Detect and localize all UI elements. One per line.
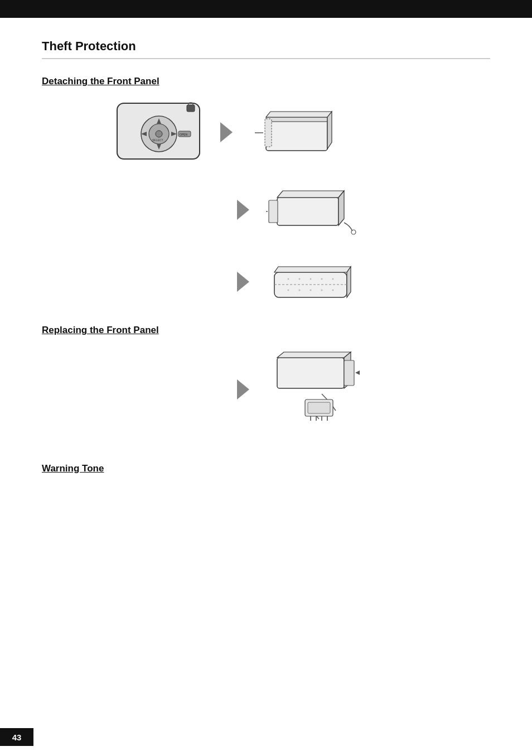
top-bar (0, 0, 532, 18)
detach-image-2 (249, 103, 338, 161)
svg-rect-19 (277, 198, 338, 225)
detach-image-4 (266, 256, 358, 308)
detach-row-3 (237, 256, 490, 308)
detach-image-1: SELECT OPEN (114, 100, 204, 164)
detach-arrow-2 (237, 200, 249, 220)
svg-rect-14 (266, 117, 327, 122)
detaching-heading: Detaching the Front Panel (42, 76, 490, 87)
section-title: Theft Protection (42, 39, 490, 59)
detach-row-1: SELECT OPEN (114, 100, 490, 164)
svg-marker-27 (274, 267, 351, 272)
detach-image-3 (266, 181, 358, 239)
replacing-section: Replacing the Front Panel (42, 325, 490, 430)
svg-point-31 (299, 278, 301, 280)
svg-point-32 (310, 278, 312, 280)
replace-row-1 (237, 349, 490, 430)
svg-marker-20 (277, 191, 344, 198)
replacing-heading: Replacing the Front Panel (42, 325, 490, 336)
warning-heading: Warning Tone (42, 463, 490, 474)
page-number-box: 43 (0, 728, 33, 746)
detach-arrow-1 (220, 122, 233, 142)
svg-point-30 (288, 278, 289, 280)
svg-marker-44 (355, 370, 360, 375)
svg-point-3 (156, 131, 162, 137)
svg-marker-41 (277, 352, 351, 358)
svg-point-35 (288, 290, 289, 291)
svg-rect-13 (266, 120, 327, 151)
svg-point-37 (310, 290, 312, 291)
detaching-section: Detaching the Front Panel (42, 76, 490, 308)
detach-arrow-3 (237, 272, 249, 292)
svg-point-25 (351, 230, 356, 234)
svg-text:OPEN: OPEN (180, 133, 188, 136)
replace-image-1 (266, 349, 378, 430)
warning-section: Warning Tone (42, 463, 490, 474)
svg-point-36 (299, 290, 301, 291)
svg-point-39 (332, 290, 334, 291)
svg-marker-28 (347, 267, 351, 297)
svg-marker-15 (266, 112, 332, 117)
detach-row-2 (237, 181, 490, 239)
replace-arrow-1 (237, 379, 249, 399)
svg-point-33 (321, 278, 323, 280)
svg-rect-40 (277, 358, 344, 388)
svg-text:SELECT: SELECT (152, 138, 163, 142)
svg-marker-21 (338, 191, 344, 225)
svg-point-34 (332, 278, 334, 280)
svg-rect-46 (308, 402, 330, 413)
svg-rect-22 (269, 200, 278, 223)
svg-rect-17 (265, 119, 272, 147)
svg-rect-43 (344, 360, 354, 386)
page-number: 43 (12, 733, 22, 742)
svg-point-38 (321, 290, 323, 291)
svg-marker-16 (327, 112, 332, 149)
